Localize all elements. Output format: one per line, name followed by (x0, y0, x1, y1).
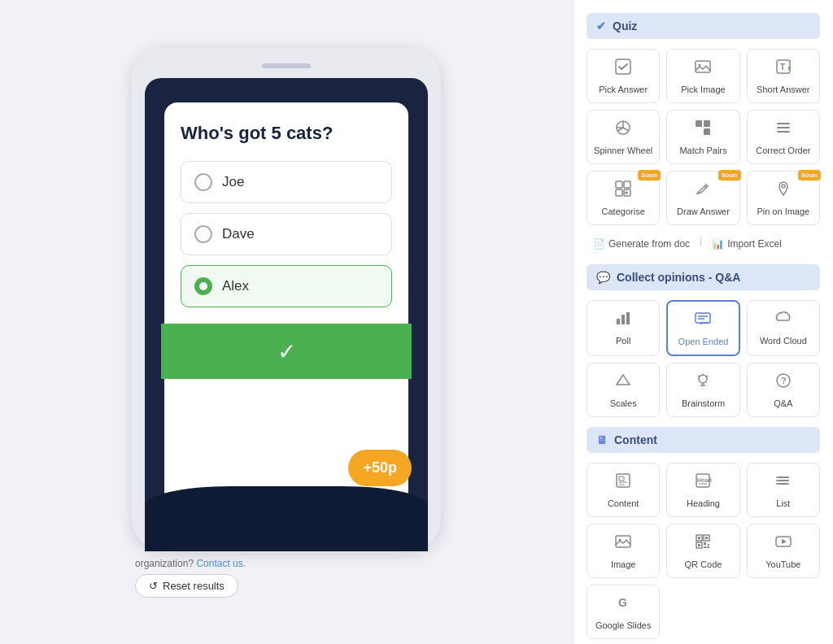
tool-draw-answer[interactable]: Soon Draw Answer (666, 171, 739, 225)
categorise-soon-badge: Soon (638, 170, 661, 181)
tool-short-answer[interactable]: T Short Answer (747, 49, 820, 103)
correct-order-icon (774, 119, 792, 141)
content-icon (614, 472, 632, 494)
pin-on-image-icon (774, 180, 792, 202)
tool-correct-order[interactable]: Correct Order (747, 110, 820, 164)
categorise-icon (614, 180, 632, 202)
tool-heading[interactable]: Heading Heading (666, 463, 739, 517)
import-excel-icon: 📊 (712, 238, 724, 250)
points-bubble: +50p (348, 450, 412, 486)
svg-rect-1 (696, 61, 710, 72)
svg-rect-62 (704, 546, 706, 548)
generate-doc-link[interactable]: 📄 Generate from doc (587, 235, 696, 253)
tool-list[interactable]: List (747, 463, 820, 517)
answer-option-joe[interactable]: Joe (181, 161, 392, 203)
heading-icon: Heading (694, 472, 712, 494)
poll-icon (614, 309, 632, 331)
tool-categorise[interactable]: Soon Categorise (587, 171, 660, 225)
tool-open-ended[interactable]: Open Ended (666, 300, 739, 356)
open-ended-label: Open Ended (678, 337, 729, 346)
checkmark-icon: ✓ (277, 338, 296, 365)
svg-line-36 (707, 376, 709, 377)
draw-answer-icon (694, 180, 712, 202)
radio-alex[interactable] (194, 277, 212, 295)
match-pairs-label: Match Pairs (679, 146, 726, 155)
answer-option-dave[interactable]: Dave (181, 213, 392, 255)
tool-qanda[interactable]: ? Q&A (747, 363, 820, 417)
tool-poll[interactable]: Poll (587, 300, 660, 356)
svg-rect-16 (616, 181, 622, 188)
brainstorm-icon (694, 372, 712, 394)
svg-point-51 (776, 483, 778, 485)
tool-image[interactable]: Image (587, 524, 660, 578)
svg-point-49 (776, 476, 778, 478)
tool-content[interactable]: Content (587, 463, 660, 517)
google-slides-label: Google Slides (595, 620, 652, 630)
draw-answer-label: Draw Answer (677, 207, 730, 216)
content-label: Content (608, 498, 639, 508)
svg-line-8 (623, 128, 629, 131)
svg-rect-61 (708, 544, 709, 546)
word-cloud-icon (774, 309, 792, 331)
svg-text:G: G (618, 596, 627, 609)
left-panel: Who's got 5 cats? Joe Dave Alex ✓ +50 (0, 0, 573, 644)
opinions-section-icon: 💬 (596, 271, 610, 284)
svg-rect-57 (705, 537, 708, 539)
quiz-section-icon: ✔ (596, 20, 606, 33)
qr-code-label: QR Code (685, 559, 722, 569)
categorise-label: Categorise (602, 207, 645, 216)
svg-rect-12 (704, 128, 710, 135)
opinions-section-header: 💬 Collect opinions - Q&A (587, 264, 820, 290)
pick-answer-label: Pick Answer (599, 85, 648, 94)
tool-brainstorm[interactable]: Brainstorm (666, 363, 739, 417)
google-slides-icon: G (614, 594, 632, 616)
svg-rect-11 (704, 120, 710, 127)
svg-rect-24 (617, 319, 620, 324)
svg-point-2 (699, 64, 701, 67)
image-label: Image (611, 559, 636, 569)
reset-results-button[interactable]: ↺ Reset results (135, 574, 238, 598)
tool-scales[interactable]: Scales (587, 363, 660, 417)
svg-rect-18 (616, 189, 622, 196)
pick-image-icon (694, 58, 712, 80)
tool-youtube[interactable]: YouTube (747, 524, 820, 578)
radio-dave[interactable] (194, 225, 212, 243)
content-section-icon: 🖥 (596, 433, 608, 446)
svg-marker-30 (617, 375, 630, 385)
tool-spinner-wheel[interactable]: Spinner Wheel (587, 110, 660, 164)
import-excel-link[interactable]: 📊 Import Excel (705, 235, 788, 253)
tool-qr-code[interactable]: QR Code (666, 524, 739, 578)
tool-pick-answer[interactable]: Pick Answer (587, 49, 660, 103)
content-section-title: Content (614, 433, 657, 446)
svg-point-23 (782, 185, 785, 188)
svg-rect-55 (698, 537, 700, 539)
qanda-label: Q&A (774, 398, 792, 408)
list-label: List (776, 498, 790, 508)
spinner-wheel-icon (614, 119, 632, 141)
answer-label-joe: Joe (222, 174, 244, 190)
reset-label: Reset results (163, 580, 225, 592)
action-links: 📄 Generate from doc | 📊 Import Excel (587, 235, 820, 253)
draw-answer-soon-badge: Soon (718, 170, 741, 181)
divider: | (700, 235, 702, 253)
tool-match-pairs[interactable]: Match Pairs (666, 110, 739, 164)
scales-label: Scales (610, 398, 637, 408)
tool-word-cloud[interactable]: Word Cloud (747, 300, 820, 356)
radio-joe[interactable] (194, 173, 212, 191)
svg-rect-27 (696, 313, 710, 323)
phone-notch (262, 63, 311, 68)
image-icon (614, 533, 632, 555)
import-excel-label: Import Excel (727, 238, 782, 250)
svg-point-31 (699, 375, 707, 383)
generate-doc-icon: 📄 (593, 238, 605, 250)
pick-answer-icon (614, 58, 632, 80)
contact-link[interactable]: Contact us. (196, 558, 246, 569)
tool-pick-image[interactable]: Pick Image (666, 49, 739, 103)
tool-google-slides[interactable]: G Google Slides (587, 585, 660, 639)
org-text: organization? (135, 558, 194, 569)
answer-option-alex[interactable]: Alex (181, 265, 392, 307)
qr-code-icon (694, 533, 712, 555)
tool-pin-on-image[interactable]: Soon Pin on Image (747, 171, 820, 225)
svg-rect-25 (621, 315, 625, 324)
answer-label-dave: Dave (222, 226, 255, 242)
